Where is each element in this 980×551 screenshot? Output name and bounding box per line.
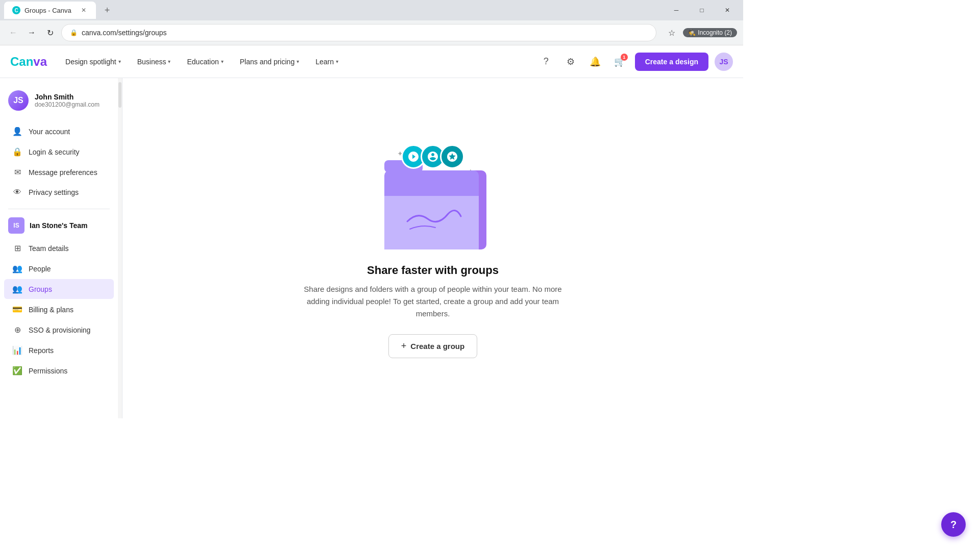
create-group-label: Create a group <box>410 342 464 350</box>
browser-title-bar: C Groups - Canva ✕ + ─ □ ✕ <box>0 0 743 20</box>
grid-icon: ⊞ <box>12 243 22 253</box>
bookmark-button[interactable]: ☆ <box>665 26 679 40</box>
sso-icon: ⊕ <box>12 325 22 335</box>
logo[interactable]: Canva <box>10 55 47 69</box>
team-avatar: IS <box>8 217 24 234</box>
browser-controls: ← → ↻ 🔒 canva.com/settings/groups ☆ 🕵 In… <box>0 20 743 45</box>
logo-text: Canva <box>10 55 47 68</box>
chevron-down-icon: ▾ <box>168 59 170 64</box>
sidebar-personal-section: 👤 Your account 🔒 Login & security ✉ Mess… <box>0 119 118 205</box>
people-icon: 👥 <box>12 264 22 273</box>
maximize-button[interactable]: □ <box>690 0 714 20</box>
folder-graphic <box>377 160 489 252</box>
lock-icon: 🔒 <box>70 29 78 36</box>
settings-button[interactable]: ⚙ <box>561 53 580 71</box>
incognito-badge: 🕵 Incognito (2) <box>683 28 737 37</box>
page-heading: Share faster with groups <box>367 264 499 277</box>
report-icon: 📊 <box>12 345 22 355</box>
sidebar-label-privacy-settings: Privacy settings <box>29 188 79 196</box>
card-icon: 💳 <box>12 305 22 314</box>
top-nav: Canva Design spotlight ▾ Business ▾ Educ… <box>0 45 743 78</box>
incognito-icon: 🕵 <box>688 29 696 36</box>
nav-label-plans-pricing: Plans and pricing <box>240 58 295 66</box>
page-subtext: Share designs and folders with a group o… <box>295 283 571 320</box>
incognito-label: Incognito (2) <box>698 29 732 36</box>
nav-label-learn: Learn <box>315 58 334 66</box>
sidebar-scrollbar[interactable] <box>118 78 122 418</box>
avatar[interactable]: JS <box>715 53 733 71</box>
cart-badge: 1 <box>621 54 628 61</box>
sidebar-item-groups[interactable]: 👥 Groups <box>4 279 114 299</box>
reload-button[interactable]: ↻ <box>43 26 57 40</box>
sidebar-item-people[interactable]: 👥 People <box>4 259 114 279</box>
nav-item-plans-pricing[interactable]: Plans and pricing ▾ <box>234 54 305 70</box>
sidebar-item-privacy-settings[interactable]: 👁 Privacy settings <box>4 183 114 202</box>
nav-label-design-spotlight: Design spotlight <box>65 58 116 66</box>
sidebar-label-sso-provisioning: SSO & provisioning <box>29 326 90 334</box>
eye-icon: 👁 <box>12 188 22 197</box>
close-button[interactable]: ✕ <box>716 0 739 20</box>
sidebar: JS John Smith doe301200@gmail.com 👤 Your… <box>0 78 122 418</box>
tab-close-button[interactable]: ✕ <box>80 6 88 14</box>
avatar-group <box>401 144 464 169</box>
sidebar-team-section: ⊞ Team details 👥 People 👥 Groups 💳 Billi… <box>0 236 118 383</box>
notifications-button[interactable]: 🔔 <box>586 53 604 71</box>
sidebar-item-reports[interactable]: 📊 Reports <box>4 340 114 360</box>
person-icon: 👤 <box>12 127 22 136</box>
sidebar-label-your-account: Your account <box>29 128 70 136</box>
sidebar-item-message-preferences[interactable]: ✉ Message preferences <box>4 162 114 182</box>
nav-item-education[interactable]: Education ▾ <box>181 54 229 70</box>
window-controls: ─ □ ✕ <box>665 0 739 20</box>
sidebar-label-permissions: Permissions <box>29 367 67 375</box>
address-bar[interactable]: 🔒 canva.com/settings/groups <box>61 24 656 41</box>
cart-button[interactable]: 🛒 1 <box>610 53 629 71</box>
sidebar-label-reports: Reports <box>29 346 54 355</box>
nav-label-business: Business <box>137 58 166 66</box>
sidebar-user-details: John Smith doe301200@gmail.com <box>35 93 110 108</box>
sidebar-item-permissions[interactable]: ✅ Permissions <box>4 361 114 381</box>
nav-actions: ? ⚙ 🔔 🛒 1 Create a design JS <box>537 53 733 71</box>
groups-illustration: ✦ ✦ <box>366 139 499 252</box>
sidebar-item-team-details[interactable]: ⊞ Team details <box>4 238 114 258</box>
sidebar-divider <box>8 209 110 209</box>
minimize-button[interactable]: ─ <box>665 0 688 20</box>
plus-icon: + <box>401 341 407 352</box>
sidebar-team-header: IS Ian Stone's Team <box>0 213 118 236</box>
chevron-down-icon: ▾ <box>336 59 338 64</box>
sidebar-label-login-security: Login & security <box>29 148 80 156</box>
sidebar-label-message-preferences: Message preferences <box>29 168 97 177</box>
nav-item-design-spotlight[interactable]: Design spotlight ▾ <box>59 54 127 70</box>
nav-item-business[interactable]: Business ▾ <box>131 54 177 70</box>
help-button[interactable]: ? <box>537 53 555 71</box>
sidebar-item-sso-provisioning[interactable]: ⊕ SSO & provisioning <box>4 320 114 340</box>
mail-icon: ✉ <box>12 167 22 177</box>
nav-item-learn[interactable]: Learn ▾ <box>309 54 345 70</box>
url-text: canva.com/settings/groups <box>82 29 648 37</box>
nav-label-education: Education <box>187 58 218 66</box>
tab-title: Groups - Canva <box>24 7 71 14</box>
chevron-down-icon: ▾ <box>221 59 224 64</box>
sidebar-item-login-security[interactable]: 🔒 Login & security <box>4 142 114 162</box>
sidebar-label-groups: Groups <box>29 285 52 293</box>
app: Canva Design spotlight ▾ Business ▾ Educ… <box>0 45 743 418</box>
forward-button[interactable]: → <box>24 26 39 40</box>
create-design-button[interactable]: Create a design <box>635 53 708 71</box>
sidebar-item-your-account[interactable]: 👤 Your account <box>4 121 114 141</box>
main-content: JS John Smith doe301200@gmail.com 👤 Your… <box>0 78 743 418</box>
new-tab-button[interactable]: + <box>100 3 114 17</box>
sidebar-label-billing-plans: Billing & plans <box>29 306 74 314</box>
sidebar-user-email: doe301200@gmail.com <box>35 101 110 108</box>
create-group-button[interactable]: + Create a group <box>388 334 477 358</box>
browser-action-buttons: ☆ 🕵 Incognito (2) <box>665 26 737 40</box>
sidebar-user-info: JS John Smith doe301200@gmail.com <box>0 86 118 119</box>
tab-favicon: C <box>12 6 20 14</box>
browser-tab[interactable]: C Groups - Canva ✕ <box>4 2 96 19</box>
sidebar-item-billing-plans[interactable]: 💳 Billing & plans <box>4 299 114 319</box>
lock-icon: 🔒 <box>12 147 22 157</box>
chevron-down-icon: ▾ <box>297 59 299 64</box>
sidebar-inner: JS John Smith doe301200@gmail.com 👤 Your… <box>0 78 118 418</box>
back-button[interactable]: ← <box>6 26 20 40</box>
sidebar-label-team-details: Team details <box>29 244 69 253</box>
page-content: ✦ ✦ <box>122 78 743 418</box>
groups-icon: 👥 <box>12 284 22 294</box>
